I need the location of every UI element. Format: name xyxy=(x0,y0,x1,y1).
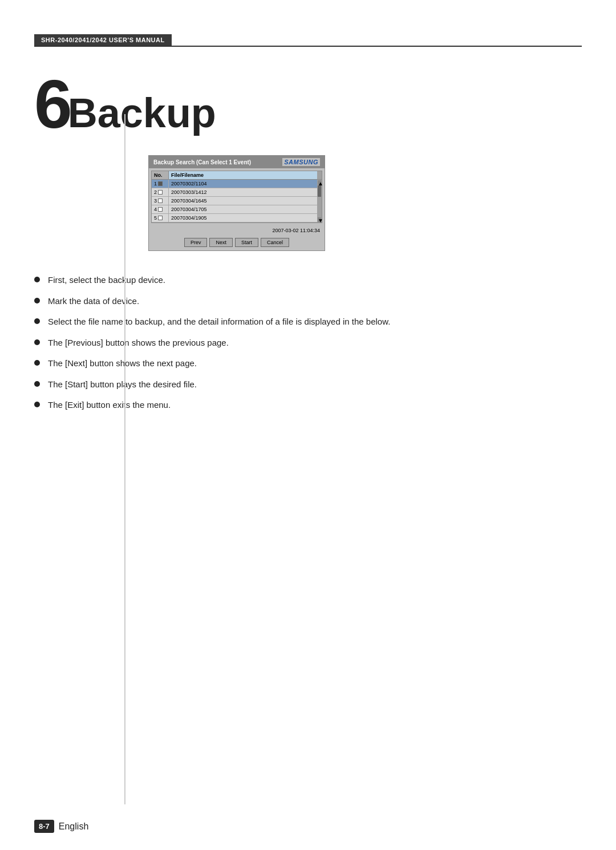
manual-header: SHR-2040/2041/2042 USER'S MANUAL xyxy=(34,34,172,46)
header-divider xyxy=(34,46,582,47)
scroll-arrow-down[interactable]: ▼ xyxy=(318,217,321,222)
bullet-dot xyxy=(34,318,40,324)
table-row[interactable]: 3 20070304/1645 xyxy=(152,197,317,205)
table-row[interactable]: 1 20070302/1104 xyxy=(152,180,317,188)
list-item: Select the file name to backup, and the … xyxy=(34,315,390,329)
prev-button[interactable]: Prev xyxy=(184,238,208,247)
row-checkbox-5[interactable] xyxy=(158,216,163,220)
list-item-text: The [Exit] button exits the menu. xyxy=(48,399,171,412)
table-row[interactable]: 5 20070304/1905 xyxy=(152,214,317,222)
row-checkbox-1[interactable] xyxy=(158,181,163,186)
list-item-text: Mark the data of device. xyxy=(48,295,139,308)
row-no-3: 3 xyxy=(152,197,169,205)
vertical-divider xyxy=(124,114,125,804)
start-button[interactable]: Start xyxy=(235,238,258,247)
col-filename-header: File/Filename xyxy=(169,171,317,179)
list-item-text: First, select the backup device. xyxy=(48,274,165,287)
bullet-dot xyxy=(34,381,40,387)
chapter-number: 6 xyxy=(34,70,72,138)
page-badge: 8-7 xyxy=(34,820,54,833)
col-no-header: No. xyxy=(152,171,169,179)
table-row[interactable]: 2 20070303/1412 xyxy=(152,188,317,197)
list-item-text: Select the file name to backup, and the … xyxy=(48,315,390,329)
scroll-arrow-up[interactable]: ▲ xyxy=(318,180,321,185)
row-filename-1: 20070302/1104 xyxy=(169,180,317,188)
cancel-button[interactable]: Cancel xyxy=(261,238,289,247)
row-checkbox-2[interactable] xyxy=(158,190,163,195)
row-no-5: 5 xyxy=(152,214,169,222)
row-filename-3: 20070304/1645 xyxy=(169,197,317,205)
chapter-title: Backup xyxy=(68,92,216,138)
list-item: The [Next] button shows the next page. xyxy=(34,357,390,370)
list-item: The [Previous] button shows the previous… xyxy=(34,337,390,350)
row-checkbox-4[interactable] xyxy=(158,207,163,212)
row-filename-5: 20070304/1905 xyxy=(169,214,317,222)
table-row[interactable]: 4 20070304/1705 xyxy=(152,205,317,214)
row-no-4: 4 xyxy=(152,205,169,213)
content-area: Backup Search (Can Select 1 Event) SAMSU… xyxy=(34,155,582,426)
next-button[interactable]: Next xyxy=(209,238,233,247)
bullet-dot xyxy=(34,277,40,282)
footer-language: English xyxy=(59,821,88,832)
list-item-text: The [Next] button shows the next page. xyxy=(48,357,197,370)
row-filename-2: 20070303/1412 xyxy=(169,188,317,196)
dialog-title-bar: Backup Search (Can Select 1 Event) SAMSU… xyxy=(149,156,325,168)
table-body: 1 20070302/1104 2 20070303/1412 xyxy=(152,180,322,222)
list-item-text: The [Previous] button shows the previous… xyxy=(48,337,229,350)
chapter-heading: 6 Backup xyxy=(34,70,582,138)
samsung-logo: SAMSUNG xyxy=(282,158,320,166)
table-header-row: No. File/Filename xyxy=(152,171,322,180)
list-item: Mark the data of device. xyxy=(34,295,390,308)
scrollbar-thumb[interactable] xyxy=(318,185,321,197)
header-title: SHR-2040/2041/2042 USER'S MANUAL xyxy=(41,37,165,43)
backup-search-dialog: Backup Search (Can Select 1 Event) SAMSU… xyxy=(148,155,325,251)
dialog-timestamp: 2007-03-02 11:04:34 xyxy=(149,225,325,236)
list-item: The [Start] button plays the desired fil… xyxy=(34,378,390,391)
instructions-list: First, select the backup device. Mark th… xyxy=(34,274,390,420)
list-item: The [Exit] button exits the menu. xyxy=(34,399,390,412)
dialog-title-text: Backup Search (Can Select 1 Event) xyxy=(153,159,251,165)
bullet-dot xyxy=(34,402,40,407)
dialog-buttons: Prev Next Start Cancel xyxy=(149,236,325,250)
list-item: First, select the backup device. xyxy=(34,274,390,287)
table-rows: 1 20070302/1104 2 20070303/1412 xyxy=(152,180,317,222)
scrollbar[interactable]: ▲ ▼ xyxy=(317,180,322,222)
dialog-table-area: No. File/Filename 1 200 xyxy=(151,171,322,223)
bullet-dot xyxy=(34,360,40,366)
row-no-1: 1 xyxy=(152,180,169,188)
row-filename-4: 20070304/1705 xyxy=(169,205,317,213)
dialog-container: Backup Search (Can Select 1 Event) SAMSU… xyxy=(148,155,325,251)
bullet-dot xyxy=(34,298,40,303)
bullet-dot xyxy=(34,339,40,345)
row-checkbox-3[interactable] xyxy=(158,199,163,203)
page-footer: 8-7 English xyxy=(34,820,88,833)
list-item-text: The [Start] button plays the desired fil… xyxy=(48,378,197,391)
row-no-2: 2 xyxy=(152,188,169,196)
